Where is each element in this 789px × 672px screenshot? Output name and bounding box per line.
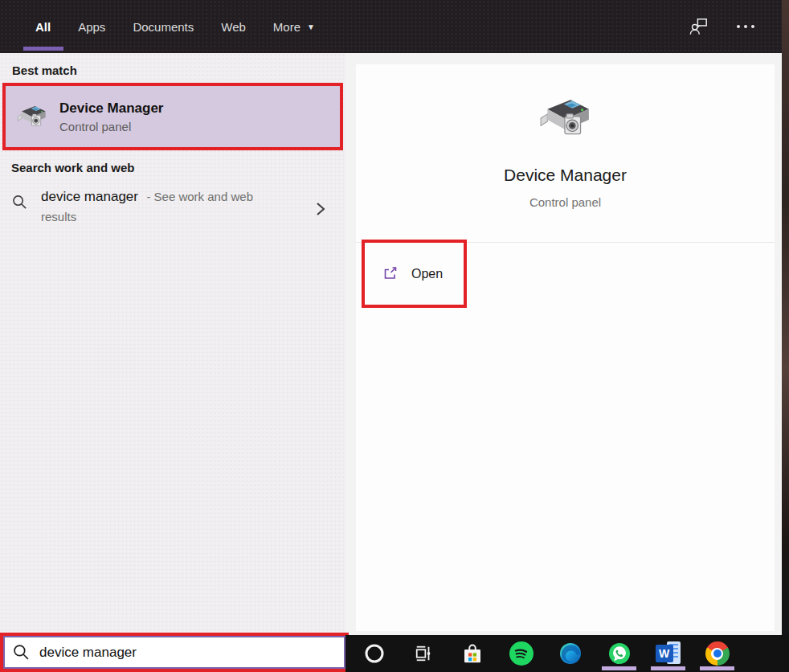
topbar-actions <box>685 13 782 40</box>
best-match-item[interactable]: Device Manager Control panel <box>2 83 343 150</box>
tab-apps[interactable]: Apps <box>64 0 119 53</box>
open-external-icon <box>382 266 398 281</box>
best-match-subtitle: Control panel <box>59 120 163 133</box>
search-box-annotation <box>0 633 349 672</box>
feedback-icon <box>689 16 709 37</box>
taskbar-cortana-button[interactable] <box>350 635 399 672</box>
tab-apps-label: Apps <box>78 20 105 34</box>
tab-web[interactable]: Web <box>207 0 260 53</box>
taskbar-edge-button[interactable] <box>546 635 595 672</box>
results-panel: Best match Device Manager Control panel <box>0 53 345 672</box>
web-suggestion-row[interactable]: device manager - See work and web result… <box>0 186 345 244</box>
whatsapp-icon <box>607 641 632 666</box>
search-icon <box>13 644 30 661</box>
microsoft-store-icon <box>460 641 484 666</box>
spotify-icon <box>509 641 533 666</box>
web-section-header: Search work and web <box>11 161 134 174</box>
feedback-button[interactable] <box>685 13 713 40</box>
tab-all-label: All <box>35 20 51 34</box>
taskbar-word-button[interactable]: W <box>644 635 693 672</box>
open-button[interactable]: Open <box>362 240 467 308</box>
device-manager-icon <box>17 101 47 132</box>
best-match-header: Best match <box>12 64 77 77</box>
search-input[interactable] <box>39 645 305 661</box>
taskbar-whatsapp-button[interactable] <box>595 635 644 672</box>
tab-documents-label: Documents <box>133 20 194 34</box>
running-indicator <box>700 666 734 670</box>
taskbar-chrome-button[interactable] <box>693 635 742 672</box>
desktop-wallpaper-strip <box>782 0 789 672</box>
tab-documents[interactable]: Documents <box>119 0 207 53</box>
open-button-label: Open <box>411 267 443 281</box>
best-match-text: Device Manager Control panel <box>59 100 163 133</box>
search-box[interactable] <box>3 636 345 669</box>
chrome-icon <box>705 641 730 666</box>
search-filter-bar: All Apps Documents Web More ▼ <box>0 0 782 53</box>
more-options-button[interactable] <box>732 13 759 40</box>
web-suggestion-query: device manager <box>41 189 138 204</box>
taskbar-store-button[interactable] <box>448 635 497 672</box>
cortana-icon <box>363 642 386 665</box>
web-suggestion-text: device manager - See work and web result… <box>41 186 279 244</box>
running-indicator <box>651 666 685 670</box>
taskbar: W <box>345 635 789 672</box>
best-match-title: Device Manager <box>59 100 163 117</box>
filter-tabs: All Apps Documents Web More ▼ <box>0 0 329 53</box>
taskbar-spotify-button[interactable] <box>497 635 546 672</box>
preview-panel: Device Manager Control panel Open <box>356 64 775 631</box>
tab-more[interactable]: More ▼ <box>260 0 329 53</box>
preview-hero: Device Manager Control panel <box>356 92 775 209</box>
running-indicator <box>602 666 636 670</box>
preview-app-subtitle: Control panel <box>356 195 775 209</box>
edge-icon <box>558 641 583 666</box>
device-manager-icon <box>538 92 594 145</box>
selected-tab-underline <box>23 47 63 51</box>
word-icon: W <box>656 641 681 666</box>
tab-more-label: More <box>273 20 300 34</box>
windows-search-flyout: All Apps Documents Web More ▼ <box>0 0 789 672</box>
search-icon <box>12 195 27 210</box>
tab-all[interactable]: All <box>22 0 64 53</box>
tab-web-label: Web <box>221 20 246 34</box>
ellipsis-icon <box>737 25 754 28</box>
task-view-icon <box>413 643 434 664</box>
preview-app-title: Device Manager <box>356 166 775 185</box>
chevron-down-icon: ▼ <box>307 23 315 31</box>
chevron-right-icon <box>316 201 325 217</box>
taskbar-task-view-button[interactable] <box>399 635 448 672</box>
